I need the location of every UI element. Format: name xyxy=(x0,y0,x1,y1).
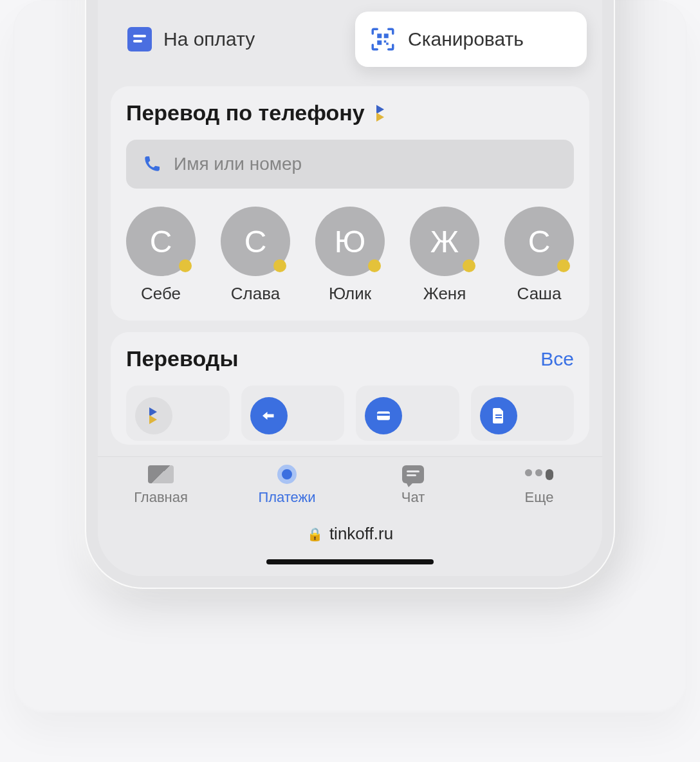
arrow-swap-icon xyxy=(250,397,288,434)
svg-rect-8 xyxy=(495,414,502,416)
transfers-header: Переводы Все xyxy=(126,346,574,371)
tab-payments[interactable]: Платежи xyxy=(224,463,350,506)
svg-rect-9 xyxy=(495,417,502,418)
sbp-icon xyxy=(373,105,389,122)
transfers-all-link[interactable]: Все xyxy=(540,348,574,370)
contact-item[interactable]: Ю Юлик xyxy=(315,207,385,304)
transfers-title: Переводы xyxy=(126,346,238,371)
tab-home-label: Главная xyxy=(134,489,188,506)
svg-rect-4 xyxy=(386,42,389,45)
status-dot-icon xyxy=(463,259,475,272)
svg-rect-2 xyxy=(377,41,382,45)
transfer-by-phone-title: Перевод по телефону xyxy=(126,100,574,125)
contact-name: Саша xyxy=(517,284,562,304)
scan-label: Сканировать xyxy=(408,28,524,50)
status-dot-icon xyxy=(368,259,381,272)
pay-request-label: На оплату xyxy=(163,28,255,50)
tab-payments-label: Платежи xyxy=(258,489,315,506)
pay-request-button[interactable]: На оплату xyxy=(113,12,345,67)
status-dot-icon xyxy=(273,259,286,272)
bottom-tab-bar: Главная Платежи Чат Еще xyxy=(98,456,602,510)
qr-scan-icon xyxy=(369,26,396,53)
tab-chat-label: Чат xyxy=(401,489,425,506)
avatar-initial: Ю xyxy=(335,224,366,259)
status-dot-icon xyxy=(179,259,192,272)
tab-home[interactable]: Главная xyxy=(98,463,224,506)
transfer-tiles xyxy=(126,386,574,441)
tab-more[interactable]: Еще xyxy=(476,463,602,506)
stage: На оплату Сканировать xyxy=(13,0,687,713)
avatar: С xyxy=(221,207,290,276)
browser-url-bar[interactable]: 🔒 tinkoff.ru xyxy=(98,510,602,550)
svg-rect-1 xyxy=(384,33,389,38)
avatar: С xyxy=(126,207,196,276)
transfer-by-phone-card: Перевод по телефону С Себе xyxy=(111,86,589,321)
avatar: С xyxy=(504,207,574,276)
payments-tab-icon xyxy=(273,463,301,485)
app-screen: На оплату Сканировать xyxy=(98,0,602,576)
svg-rect-0 xyxy=(377,33,382,38)
phone-search-field[interactable] xyxy=(126,140,574,189)
svg-rect-3 xyxy=(384,41,387,43)
phone-search-input[interactable] xyxy=(174,154,558,174)
card-icon xyxy=(365,397,402,434)
home-indicator[interactable] xyxy=(266,559,434,564)
tab-more-label: Еще xyxy=(525,489,554,506)
contact-item[interactable]: Ж Женя xyxy=(410,207,479,304)
contact-name: Юлик xyxy=(329,284,371,304)
contact-name: Женя xyxy=(423,284,466,304)
more-tab-icon xyxy=(525,463,553,485)
avatar: Ю xyxy=(315,207,385,276)
contact-name: Слава xyxy=(231,284,280,304)
transfer-tile-between[interactable] xyxy=(241,386,345,441)
phone-mockup: На оплату Сканировать xyxy=(86,0,614,588)
transfer-by-phone-title-text: Перевод по телефону xyxy=(126,100,365,125)
contact-item[interactable]: С Саша xyxy=(504,207,574,304)
quick-actions-row: На оплату Сканировать xyxy=(98,12,602,79)
tab-chat[interactable]: Чат xyxy=(350,463,476,506)
scan-button[interactable]: Сканировать xyxy=(355,12,587,67)
transfer-tile-card[interactable] xyxy=(356,386,459,441)
avatar-initial: С xyxy=(528,224,551,259)
document-icon xyxy=(480,397,517,434)
chat-tab-icon xyxy=(399,463,427,485)
phone-icon xyxy=(142,154,162,174)
lock-icon: 🔒 xyxy=(307,526,323,542)
transfer-tile-sbp[interactable] xyxy=(126,386,230,441)
bill-icon xyxy=(127,27,152,51)
transfer-tile-requisites[interactable] xyxy=(471,386,575,441)
contact-name: Себе xyxy=(141,284,181,304)
transfers-card: Переводы Все xyxy=(111,332,589,445)
tile-sbp-icon xyxy=(135,397,172,434)
browser-url-text: tinkoff.ru xyxy=(329,524,393,544)
avatar-initial: Ж xyxy=(430,224,459,259)
home-tab-icon xyxy=(147,463,175,485)
avatar-initial: С xyxy=(150,224,172,259)
contacts-row: С Себе С Слава Ю xyxy=(126,207,574,304)
avatar: Ж xyxy=(410,207,479,276)
contact-item[interactable]: С Себе xyxy=(126,207,196,304)
status-dot-icon xyxy=(557,259,570,272)
svg-rect-7 xyxy=(377,414,390,416)
avatar-initial: С xyxy=(244,224,267,259)
contact-item[interactable]: С Слава xyxy=(221,207,290,304)
